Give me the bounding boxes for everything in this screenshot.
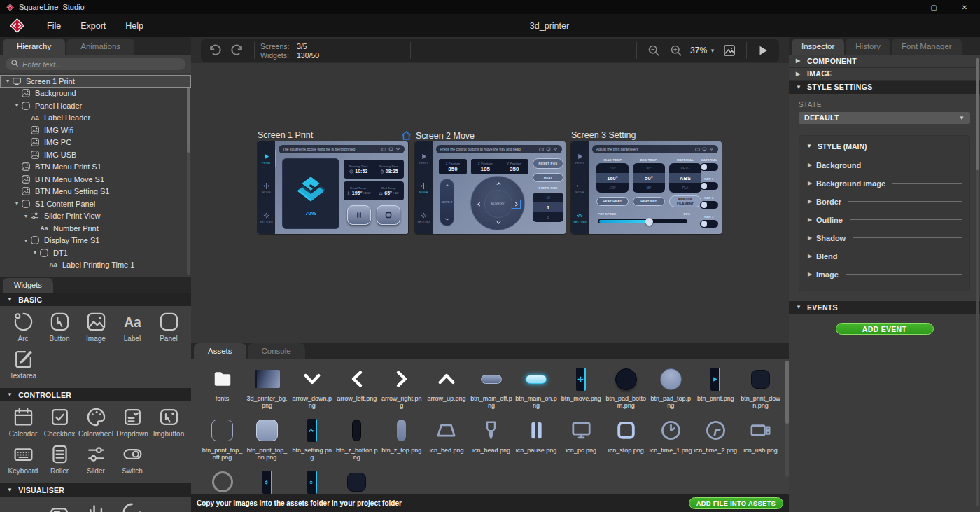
screen3-preview[interactable]: PRINT MOVE SETTING Adjust the print para… bbox=[571, 141, 722, 234]
remove-filament-button[interactable]: REMOVE FILAMENT bbox=[669, 195, 701, 207]
tree-item-s1-content-panel[interactable]: ▾S1 Content Panel bbox=[0, 198, 191, 210]
widget-keyboard[interactable]: Keyboard bbox=[5, 443, 41, 475]
redo-icon[interactable] bbox=[230, 43, 244, 57]
widget-section-basic[interactable]: ▼BASIC bbox=[0, 293, 191, 306]
fan2-switch[interactable] bbox=[700, 201, 718, 209]
asset-btn-print-top-off-png[interactable]: btn_print_top_off.png bbox=[201, 417, 244, 462]
style-row-border[interactable]: ▶Border bbox=[806, 193, 962, 211]
asset-3d-printer-bg-png[interactable]: 3d_printer_bg.png bbox=[246, 365, 288, 410]
widget-label[interactable]: AaLabel bbox=[114, 311, 150, 343]
widget-arc[interactable]: Arc bbox=[5, 311, 41, 343]
asset-btn-pad-top-png[interactable]: btn_pad_top.png bbox=[650, 365, 692, 410]
section-image[interactable]: ▶IMAGE bbox=[789, 68, 980, 81]
tree-item-number-print[interactable]: AaNumber Print bbox=[0, 222, 191, 235]
reset-pos-button[interactable]: RESET POS bbox=[533, 158, 564, 169]
expand-arrow-icon[interactable]: ▾ bbox=[31, 249, 39, 256]
tab-hierarchy[interactable]: Hierarchy bbox=[3, 39, 65, 55]
xy-position-box[interactable]: X Position185 Y Position350 bbox=[471, 159, 528, 174]
widget-checkbox[interactable]: Checkbox bbox=[41, 406, 78, 438]
stop-button[interactable] bbox=[377, 205, 400, 225]
heat-button[interactable]: HEAT bbox=[533, 173, 564, 182]
heat-bed-button[interactable]: HEAT BED bbox=[633, 197, 665, 206]
asset-icn-pause-png[interactable]: icn_pause.png bbox=[515, 417, 558, 462]
maximize-button[interactable]: ▢ bbox=[918, 0, 949, 14]
widget-roller[interactable]: Roller bbox=[41, 443, 78, 475]
asset-btn-main-off-png[interactable]: btn_main_off.png bbox=[470, 365, 512, 410]
asset-arrow-left-png[interactable]: arrow_left.png bbox=[335, 365, 378, 410]
style-main-header[interactable]: ▼STYLE (MAIN) bbox=[806, 142, 962, 151]
tab-assets[interactable]: Assets bbox=[194, 343, 246, 359]
tree-item-display-time-s1[interactable]: ▾Display Time S1 bbox=[0, 235, 191, 247]
asset-icn-time-2-png[interactable]: icn_time_2.png bbox=[694, 417, 737, 462]
zoom-level-dropdown[interactable]: 37%▼ bbox=[690, 46, 715, 55]
head-temp-roller[interactable]: 230°160°170° bbox=[596, 163, 629, 193]
asset-arrow-right-png[interactable]: arrow_right.png bbox=[380, 365, 423, 410]
tree-item-img-pc[interactable]: IMG PC bbox=[0, 137, 191, 149]
section-component[interactable]: ▶COMPONENT bbox=[789, 55, 980, 68]
printing-time-panel[interactable]: Printing Time10:52 Printing Time08:25 bbox=[344, 160, 404, 179]
menu-export[interactable]: Export bbox=[71, 17, 115, 35]
screen2-preview[interactable]: PRINT MOVE SETTING Press the control but… bbox=[415, 141, 566, 234]
style-row-shadow[interactable]: ▶Shadow bbox=[806, 229, 962, 247]
asset-btn-print-down-png[interactable]: btn_print_down.png bbox=[739, 365, 782, 410]
pause-button[interactable] bbox=[347, 205, 371, 225]
prt-speed-slider[interactable] bbox=[598, 219, 687, 223]
tree-item-img-usb[interactable]: IMG USB bbox=[0, 148, 191, 161]
style-row-image[interactable]: ▶Image bbox=[806, 265, 962, 284]
widget-image[interactable]: Image bbox=[78, 311, 114, 343]
widget-spinner[interactable] bbox=[114, 501, 150, 512]
print-progress-panel[interactable]: 70% bbox=[282, 158, 340, 229]
material-roller[interactable]: PETGABSPLA bbox=[669, 163, 701, 193]
add-file-into-assets-button[interactable]: ADD FILE INTO ASSETS bbox=[689, 497, 783, 509]
play-button[interactable] bbox=[757, 44, 769, 57]
tab-animations[interactable]: Animations bbox=[66, 39, 134, 55]
fan3-switch[interactable] bbox=[700, 220, 718, 228]
tree-item-btn-menu-move-s1[interactable]: BTN Menu Move S1 bbox=[0, 173, 191, 186]
z-position-box[interactable]: Z Position350 bbox=[439, 159, 467, 174]
zoom-out-icon[interactable] bbox=[647, 43, 661, 57]
tree-item-btn-menu-print-s1[interactable]: BTN Menu Print S1 bbox=[0, 161, 191, 174]
undo-icon[interactable] bbox=[208, 43, 222, 57]
material-switch[interactable] bbox=[700, 163, 718, 171]
asset-icn-time-1-png[interactable]: icn_time_1.png bbox=[650, 417, 692, 462]
style-row-background[interactable]: ▶Background bbox=[806, 156, 962, 174]
asset-icn-stop-png[interactable]: icn_stop.png bbox=[605, 417, 648, 462]
widget-colorwheel[interactable]: Colorwheel bbox=[78, 406, 114, 438]
expand-arrow-icon[interactable]: ▾ bbox=[4, 78, 12, 84]
style-row-background-image[interactable]: ▶Background image bbox=[806, 174, 962, 193]
steps-size-roller[interactable]: 10 1 5 bbox=[533, 193, 564, 222]
tab-font-manager[interactable]: Font Manager bbox=[892, 39, 962, 55]
tab-history[interactable]: History bbox=[846, 39, 890, 55]
fan1-switch[interactable] bbox=[700, 182, 718, 190]
widget-section-controller[interactable]: ▼CONTROLLER bbox=[0, 388, 191, 401]
asset-btn-pad-bottom-png[interactable]: btn_pad_bottom.png bbox=[605, 365, 648, 410]
tree-item-slider-print-view[interactable]: ▾Slider Print View bbox=[0, 210, 191, 223]
inspector-scrollbar[interactable] bbox=[976, 58, 979, 506]
tree-item-background[interactable]: Background bbox=[0, 88, 191, 100]
widget-switch[interactable]: Switch bbox=[114, 443, 150, 475]
tab-inspector[interactable]: Inspector bbox=[792, 39, 844, 55]
tree-item-label-printing-time-1[interactable]: AaLabel Printing Time 1 bbox=[0, 259, 191, 272]
widget-bar[interactable] bbox=[41, 501, 78, 512]
widget-chart[interactable] bbox=[78, 501, 114, 512]
screen1-preview[interactable]: PRINT MOVE SETTING The squareline.gcode … bbox=[258, 141, 408, 234]
tab-console[interactable]: Console bbox=[248, 343, 305, 359]
tree-item-label-header[interactable]: AaLabel Header bbox=[0, 112, 191, 125]
bed-temp-roller[interactable]: 90°50°55° bbox=[633, 163, 665, 193]
asset-btn-move-png[interactable]: btn_move.png bbox=[560, 365, 603, 410]
widget-button[interactable]: Button bbox=[41, 311, 78, 343]
section-events[interactable]: ▼EVENTS bbox=[789, 301, 980, 314]
asset-arrow-down-png[interactable]: arrow_down.png bbox=[290, 365, 333, 410]
widget-imgbutton[interactable]: Imgbutton bbox=[150, 406, 187, 438]
asset-partial-2[interactable] bbox=[246, 468, 288, 494]
asset-btn-main-on-png[interactable]: btn_main_on.png bbox=[515, 365, 558, 410]
menu-help[interactable]: Help bbox=[115, 17, 153, 35]
state-dropdown[interactable]: DEFAULT ▼ bbox=[799, 112, 970, 124]
section-style-settings[interactable]: ▼STYLE SETTINGS bbox=[789, 81, 980, 94]
fit-view-icon[interactable] bbox=[722, 43, 736, 57]
style-row-blend[interactable]: ▶Blend bbox=[806, 247, 962, 265]
tree-item-screen-1-print[interactable]: ▾Screen 1 Print bbox=[0, 75, 191, 88]
zoom-in-icon[interactable] bbox=[669, 43, 683, 57]
expand-arrow-icon[interactable]: ▾ bbox=[13, 200, 21, 207]
asset-partial-3[interactable] bbox=[290, 468, 333, 494]
